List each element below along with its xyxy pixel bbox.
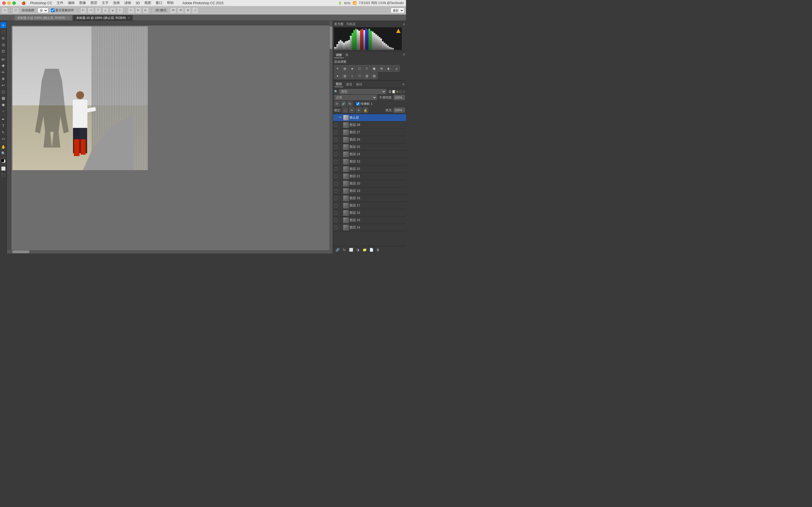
layer-item[interactable]: 图层 14 bbox=[333, 224, 406, 231]
adj-colorbalance[interactable]: ⊞ bbox=[378, 65, 385, 72]
tool-dodge[interactable]: ○ bbox=[0, 108, 6, 114]
adj-exposure[interactable]: ⬡ bbox=[356, 65, 363, 72]
layer-eye-icon[interactable] bbox=[338, 130, 342, 134]
layer-item[interactable]: 图层 21 bbox=[333, 173, 406, 180]
align-center-h[interactable]: ≡ bbox=[110, 7, 116, 13]
tool-history-brush[interactable]: ↩ bbox=[0, 82, 6, 88]
distribute-right[interactable]: ⊩ bbox=[143, 7, 149, 13]
tab-doc1-close[interactable]: × bbox=[68, 16, 69, 19]
tab-doc2-close[interactable]: × bbox=[128, 16, 130, 19]
layer-checkbox[interactable] bbox=[334, 167, 338, 171]
align-bottom[interactable]: ⊦ bbox=[117, 7, 123, 13]
lock-brush[interactable]: ✏ bbox=[349, 107, 355, 113]
layer-item[interactable]: 图层 28 bbox=[333, 121, 406, 129]
tool-path-select[interactable]: ↖ bbox=[0, 129, 6, 135]
layer-checkbox[interactable] bbox=[334, 204, 338, 207]
layer-eye-icon[interactable] bbox=[338, 167, 342, 171]
layer-eye-icon[interactable] bbox=[338, 145, 342, 149]
adj-bw[interactable]: ◐ bbox=[386, 65, 392, 72]
canvas-horizontal-scrollbar[interactable] bbox=[7, 250, 329, 253]
layer-checkbox[interactable] bbox=[334, 175, 338, 178]
new-layer-btn[interactable]: 📄 bbox=[368, 247, 374, 252]
lock-all[interactable]: 🔒 bbox=[363, 107, 368, 113]
histogram-options[interactable]: ≡ bbox=[403, 22, 405, 26]
blend-mode-select[interactable]: 正常 bbox=[334, 95, 377, 100]
menu-photoshop[interactable]: Photoshop CC bbox=[29, 1, 54, 6]
adj-colorlookup[interactable]: ▧ bbox=[342, 72, 348, 79]
adj-curves[interactable]: ◈ bbox=[349, 65, 356, 72]
layer-eye-icon[interactable] bbox=[338, 174, 342, 178]
apple-menu[interactable]: 🍎 bbox=[20, 1, 28, 6]
layer-checkbox[interactable] bbox=[334, 211, 338, 215]
3d-icon-4[interactable]: ⤢ bbox=[192, 7, 198, 13]
adj-gradientmap[interactable]: ▨ bbox=[371, 72, 377, 79]
layer-item[interactable]: 图层 22 bbox=[333, 165, 406, 173]
add-group-btn[interactable]: 📁 bbox=[362, 247, 367, 252]
layer-item[interactable]: 图层 27 bbox=[333, 129, 406, 136]
layer-checkbox[interactable] bbox=[334, 226, 338, 229]
add-style-btn[interactable]: fx bbox=[342, 247, 347, 252]
layer-checkbox[interactable] bbox=[334, 153, 338, 156]
delete-layer-btn[interactable]: 🗑 bbox=[375, 247, 381, 252]
layer-checkbox[interactable] bbox=[334, 131, 338, 134]
layer-item[interactable]: 图层 20 bbox=[333, 180, 406, 187]
tool-eyedropper[interactable]: ⌲ bbox=[0, 56, 6, 62]
menu-select[interactable]: 选择 bbox=[111, 0, 121, 6]
vscroll-thumb[interactable] bbox=[329, 26, 333, 49]
layer-checkbox[interactable] bbox=[334, 189, 338, 193]
adj-vibrance[interactable]: ▽ bbox=[363, 65, 370, 72]
menu-layer[interactable]: 图层 bbox=[89, 0, 99, 6]
adj-tab-adjustments[interactable]: 调整 bbox=[334, 52, 344, 58]
tool-text[interactable]: T bbox=[0, 122, 6, 129]
adj-channelmixer[interactable]: ● bbox=[334, 72, 341, 79]
fx-icon[interactable]: fx bbox=[347, 101, 353, 107]
transfer-checkbox[interactable] bbox=[356, 102, 360, 106]
workspace-select[interactable]: 摄影 bbox=[391, 8, 404, 13]
tab-doc1[interactable]: 未标题-9 @ 100% (静止层, RGB/8) × bbox=[14, 15, 72, 20]
toolbar-move-icon[interactable]: ⊹ bbox=[2, 7, 8, 13]
tool-quickmask[interactable]: ⬜ bbox=[0, 165, 6, 172]
canvas-area[interactable] bbox=[7, 21, 333, 253]
tab-layers[interactable]: 图层 bbox=[335, 81, 343, 87]
layer-eye-icon[interactable] bbox=[338, 204, 342, 208]
layer-item[interactable]: 图层 23 bbox=[333, 158, 406, 165]
maximize-button[interactable] bbox=[12, 1, 16, 5]
foreground-color[interactable] bbox=[1, 159, 4, 162]
fill-input[interactable] bbox=[394, 108, 405, 113]
layer-checkbox[interactable] bbox=[334, 196, 338, 200]
layer-checkbox[interactable] bbox=[334, 116, 338, 119]
layer-item[interactable]: 图层 25 bbox=[333, 144, 406, 151]
menu-text[interactable]: 文字 bbox=[100, 0, 110, 6]
align-right[interactable]: ⊤ bbox=[95, 7, 101, 13]
layer-item[interactable]: 图层 15 bbox=[333, 217, 406, 224]
color-swatches[interactable] bbox=[1, 159, 6, 163]
menu-file[interactable]: 文件 bbox=[55, 0, 65, 6]
layer-eye-icon[interactable] bbox=[338, 160, 342, 164]
tool-quickselect[interactable]: ◎ bbox=[0, 41, 6, 48]
layer-eye-icon[interactable] bbox=[338, 211, 342, 215]
adj-brightness[interactable]: ☀ bbox=[334, 65, 341, 72]
layer-eye-icon[interactable] bbox=[338, 226, 342, 230]
add-adj-btn[interactable]: ◑ bbox=[355, 247, 361, 252]
layer-checkbox[interactable] bbox=[334, 219, 338, 222]
layer-item[interactable]: 图层 19 bbox=[333, 187, 406, 194]
lock-move[interactable]: ✛ bbox=[356, 107, 361, 113]
adj-photofilter[interactable]: ⊿ bbox=[393, 65, 400, 72]
layer-eye-icon[interactable] bbox=[338, 182, 342, 186]
tool-shape[interactable]: ▭ bbox=[0, 135, 6, 142]
3d-icon-3[interactable]: ✛ bbox=[185, 7, 191, 13]
align-top[interactable]: ⊥ bbox=[102, 7, 109, 13]
sync-icon[interactable]: ⟳ bbox=[334, 101, 340, 107]
tool-healing[interactable]: ✚ bbox=[0, 62, 6, 69]
adj-options[interactable]: ≡ bbox=[403, 52, 405, 58]
align-left[interactable]: ⊢ bbox=[80, 7, 87, 13]
3d-icon-1[interactable]: ⟳ bbox=[170, 7, 176, 13]
layer-eye-icon[interactable] bbox=[338, 189, 342, 193]
show-transform-label[interactable]: 显示变换控件 bbox=[49, 8, 75, 13]
menu-filter[interactable]: 滤镜 bbox=[123, 0, 133, 6]
tool-move[interactable]: ⊹ bbox=[0, 22, 6, 28]
layer-item[interactable]: 图层 17 bbox=[333, 202, 406, 209]
menu-3d[interactable]: 3D bbox=[134, 1, 142, 6]
layer-item[interactable]: 图层 26 bbox=[333, 136, 406, 144]
tool-hand[interactable]: ✋ bbox=[0, 144, 6, 150]
